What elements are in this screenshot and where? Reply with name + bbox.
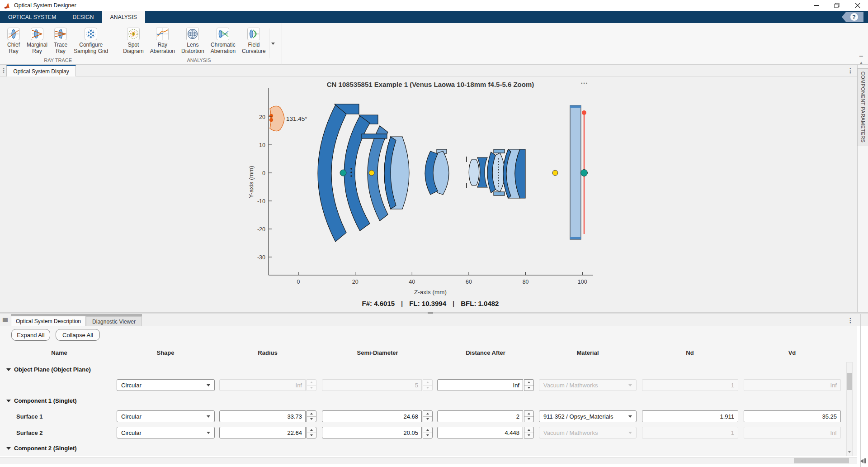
distance-after-spinner[interactable]: 4.448 bbox=[437, 427, 534, 438]
collapse-triangle-icon[interactable] bbox=[6, 447, 11, 450]
tab-diagnostic-viewer[interactable]: Diagnostic Viewer bbox=[86, 316, 142, 326]
distance-after-spinner[interactable]: 2 bbox=[437, 410, 534, 422]
spinner-down-button[interactable] bbox=[307, 433, 316, 438]
splitter-handle[interactable] bbox=[428, 312, 433, 314]
spinner-down-button[interactable] bbox=[423, 433, 432, 438]
collapse-triangle-icon[interactable] bbox=[6, 368, 11, 371]
spinner-value[interactable]: 2 bbox=[437, 410, 523, 422]
display-panel-menu-icon[interactable]: ⋮ bbox=[847, 67, 854, 74]
distance-after-spinner[interactable]: Inf bbox=[437, 379, 534, 391]
vertical-scroll-thumb[interactable] bbox=[847, 373, 852, 390]
dropdown-value: 911-352 / Opsys_Materials bbox=[543, 413, 613, 420]
shape-dropdown[interactable]: Circular bbox=[117, 427, 215, 438]
surface-marker-yellow[interactable] bbox=[552, 170, 558, 176]
analysis-gallery-dropdown-button[interactable] bbox=[269, 29, 277, 58]
ray-aberration-button[interactable]: RayAberration bbox=[149, 26, 176, 55]
arrow-up-icon bbox=[310, 413, 313, 415]
expand-all-button[interactable]: Expand All bbox=[11, 329, 50, 341]
ribbon-tab-analysis[interactable]: ANALYSIS bbox=[102, 11, 145, 23]
arrow-down-icon bbox=[310, 434, 313, 436]
sampling-grid-button[interactable]: ConfigureSampling Grid bbox=[72, 26, 109, 55]
nd-field[interactable]: 1.911 bbox=[642, 410, 738, 422]
ribbon-tab-design[interactable]: DESIGN bbox=[64, 11, 102, 23]
close-button[interactable] bbox=[847, 0, 868, 11]
chromatic-aberration-button[interactable]: ChromaticAberration bbox=[209, 26, 237, 55]
trace-ray-button[interactable]: TraceRay bbox=[52, 26, 69, 55]
marginal-ray-button[interactable]: MarginalRay bbox=[25, 26, 49, 55]
arrow-down-icon bbox=[528, 434, 530, 436]
spinner-down-button[interactable] bbox=[307, 417, 316, 422]
spinner-down-button bbox=[423, 386, 432, 391]
help-button[interactable]: ? bbox=[842, 12, 863, 22]
spinner-value[interactable]: 33.73 bbox=[219, 410, 306, 422]
tab-component-parameters[interactable]: COMPONENT PARAMETERS bbox=[857, 68, 868, 146]
ray-aberration-icon bbox=[156, 27, 169, 41]
x-tick-label: 20 bbox=[352, 279, 359, 285]
pivot-marker-teal[interactable] bbox=[581, 170, 588, 176]
toolstrip-button-label: LensDistortion bbox=[181, 42, 204, 54]
radius-spinner[interactable]: 33.73 bbox=[219, 410, 316, 422]
chief-ray-button[interactable]: ChiefRay bbox=[5, 26, 22, 55]
spinner-value[interactable]: 24.68 bbox=[322, 410, 422, 422]
table-horizontal-scrollbar[interactable] bbox=[0, 457, 857, 464]
middle-lens-group bbox=[425, 149, 449, 195]
collapse-triangle-icon[interactable] bbox=[6, 400, 11, 402]
spinner-value[interactable]: Inf bbox=[437, 379, 523, 391]
semi-diameter-spinner[interactable]: 20.05 bbox=[322, 427, 433, 438]
surface-name: Surface 1 bbox=[16, 413, 43, 420]
spinner-down-button[interactable] bbox=[524, 386, 533, 391]
x-axis-label: Z-axis (mm) bbox=[414, 289, 447, 295]
spot-diagram-button[interactable]: SpotDiagram bbox=[122, 26, 145, 55]
spinner-up-button[interactable] bbox=[423, 427, 432, 433]
component-group-row[interactable]: Object Plane (Object Plane) bbox=[6, 362, 91, 377]
vd-field: Inf bbox=[744, 427, 841, 438]
field-curvature-button[interactable]: FieldCurvature bbox=[241, 26, 267, 55]
spinner-down-button[interactable] bbox=[423, 417, 432, 422]
spinner-down-button[interactable] bbox=[524, 433, 533, 438]
spinner-up-button[interactable] bbox=[423, 411, 432, 417]
panel-grip[interactable]: ••• bbox=[3, 67, 5, 73]
component-group-row[interactable]: Component 2 (Singlet) bbox=[6, 441, 77, 456]
semi-diameter-spinner[interactable]: 24.68 bbox=[322, 410, 433, 422]
lens-distortion-button[interactable]: LensDistortion bbox=[180, 26, 206, 55]
spinner-value[interactable]: 20.05 bbox=[322, 427, 422, 438]
spinner-up-button[interactable] bbox=[307, 427, 316, 433]
ribbon-tab-optical-system[interactable]: OPTICAL SYSTEM bbox=[0, 11, 64, 23]
collapse-all-button[interactable]: Collapse All bbox=[56, 329, 100, 341]
spinner-up-button[interactable] bbox=[307, 411, 316, 417]
spinner-value[interactable]: 22.64 bbox=[219, 427, 306, 438]
radius-spinner[interactable]: 22.64 bbox=[219, 427, 316, 438]
minimize-button[interactable] bbox=[806, 0, 826, 11]
spinner-up-button[interactable] bbox=[524, 411, 533, 417]
dropdown-value: Circular bbox=[121, 413, 142, 420]
column-header-radius: Radius bbox=[258, 349, 277, 356]
group-name: Component 1 (Singlet) bbox=[14, 397, 77, 404]
component-group-row[interactable]: Component 1 (Singlet) bbox=[6, 393, 77, 408]
tab-optical-system-description[interactable]: Optical System Description bbox=[11, 316, 86, 326]
ribbon-collapse-icon[interactable]: ▔▲ bbox=[859, 57, 863, 65]
surface-marker-yellow[interactable] bbox=[369, 170, 374, 176]
material-dropdown[interactable]: 911-352 / Opsys_Materials bbox=[539, 410, 637, 422]
pivot-marker-teal[interactable] bbox=[340, 170, 346, 176]
description-panel-menu-icon[interactable]: ⋮ bbox=[847, 317, 854, 324]
shape-dropdown[interactable]: Circular bbox=[117, 379, 215, 391]
tab-optical-system-display[interactable]: Optical System Display bbox=[6, 65, 76, 76]
gap-dots-icon bbox=[350, 175, 352, 177]
panel-grip[interactable]: ▬▬▬ bbox=[3, 317, 7, 321]
column-header-shape: Shape bbox=[156, 349, 174, 356]
chevron-down-icon bbox=[628, 384, 632, 386]
vd-field[interactable]: 35.25 bbox=[744, 410, 841, 422]
restore-button[interactable] bbox=[826, 0, 847, 11]
spinner-up-button[interactable] bbox=[524, 380, 533, 386]
horizontal-scroll-thumb[interactable] bbox=[794, 458, 849, 463]
dock-corner-icon[interactable] bbox=[860, 458, 866, 463]
toolstrip-group-analysis: SpotDiagramRayAberrationLensDistortionCh… bbox=[116, 23, 282, 65]
spinner-up-button[interactable] bbox=[524, 427, 533, 433]
gap-dots-icon bbox=[350, 168, 352, 170]
spinner-value[interactable]: 4.448 bbox=[437, 427, 523, 438]
shape-dropdown[interactable]: Circular bbox=[117, 410, 215, 422]
scroll-down-button[interactable] bbox=[846, 449, 853, 455]
lens-diagram: 131.45° bbox=[244, 77, 606, 299]
spinner-down-button[interactable] bbox=[524, 417, 533, 422]
spot-diagram-icon bbox=[127, 27, 140, 41]
